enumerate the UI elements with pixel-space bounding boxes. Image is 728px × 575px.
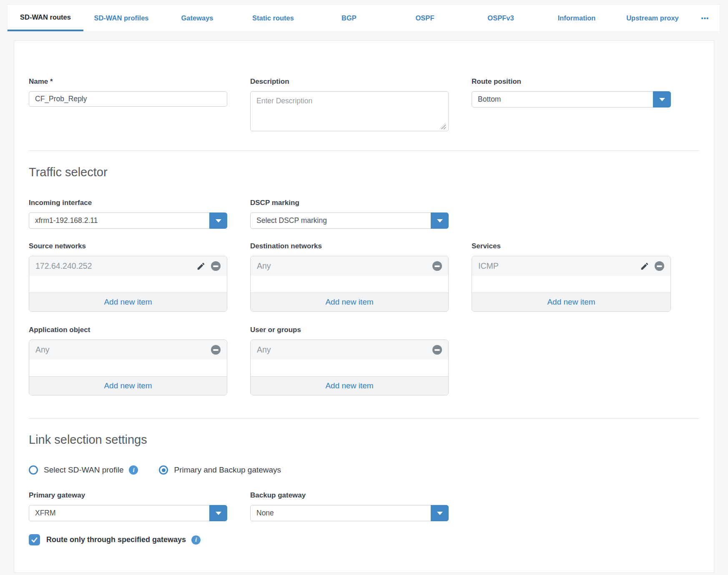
source-networks-label: Source networks	[29, 242, 227, 250]
primary-gateway-group: Primary gateway XFRM	[29, 491, 227, 521]
listbox-spacer	[29, 276, 227, 292]
incoming-interface-value: xfrm1-192.168.2.11	[29, 216, 103, 225]
name-input[interactable]	[29, 91, 227, 107]
tab-ospfv3[interactable]: OSPFv3	[463, 5, 539, 31]
description-field-group: Description	[250, 78, 449, 133]
route-position-dropdown-button[interactable]	[653, 91, 671, 108]
description-textarea[interactable]	[250, 91, 449, 131]
primary-gateway-dropdown-button[interactable]	[209, 505, 227, 521]
add-new-item-button[interactable]: Add new item	[29, 376, 227, 395]
add-new-item-label: Add new item	[104, 298, 152, 307]
backup-gateway-group: Backup gateway None	[250, 491, 449, 521]
application-object-group: Application object Any Add new item	[29, 326, 227, 395]
list-item-text: Any	[35, 345, 211, 355]
page: SD-WAN routes SD-WAN profiles Gateways S…	[0, 0, 728, 575]
link-selection-radio-row: Select SD-WAN profile i Primary and Back…	[29, 465, 699, 475]
list-item: Any	[29, 340, 227, 360]
tab-upstream-proxy[interactable]: Upstream proxy	[615, 5, 690, 31]
destination-networks-label: Destination networks	[250, 242, 449, 250]
add-new-item-label: Add new item	[325, 381, 373, 390]
dscp-marking-group: DSCP marking Select DSCP marking	[250, 199, 449, 229]
tab-gateways[interactable]: Gateways	[159, 5, 235, 31]
radio-primary-backup-gateways[interactable]: Primary and Backup gateways	[159, 465, 281, 475]
tab-sdwan-routes[interactable]: SD-WAN routes	[8, 5, 83, 31]
incoming-interface-select[interactable]: xfrm1-192.168.2.11	[29, 212, 227, 229]
list-item-text: Any	[257, 261, 432, 271]
add-new-item-label: Add new item	[325, 298, 373, 307]
add-new-item-button[interactable]: Add new item	[472, 292, 670, 311]
tab-bgp[interactable]: BGP	[311, 5, 387, 31]
chevron-down-icon	[659, 98, 665, 101]
remove-icon[interactable]	[432, 345, 442, 355]
radio-select-sdwan-profile[interactable]: Select SD-WAN profile i	[29, 465, 138, 475]
add-new-item-label: Add new item	[547, 298, 595, 307]
route-only-checkbox[interactable]	[29, 534, 40, 545]
link-selection-heading: Link selection settings	[29, 433, 699, 447]
remove-icon[interactable]	[655, 261, 664, 271]
listbox-spacer	[472, 276, 670, 292]
divider	[29, 150, 699, 151]
route-only-label: Route only through specified gateways	[46, 535, 186, 544]
add-new-item-button[interactable]: Add new item	[251, 292, 448, 311]
tab-ospf[interactable]: OSPF	[387, 5, 463, 31]
listbox-spacer	[29, 360, 227, 376]
info-icon[interactable]: i	[191, 535, 201, 545]
incoming-interface-label: Incoming interface	[29, 199, 227, 207]
listbox-spacer	[251, 276, 448, 292]
add-new-item-button[interactable]: Add new item	[29, 292, 227, 311]
gateways-row: Primary gateway XFRM Backup gateway None	[29, 491, 699, 521]
tab-sdwan-profiles[interactable]: SD-WAN profiles	[83, 5, 159, 31]
chevron-down-icon	[216, 219, 221, 222]
tab-information[interactable]: Information	[539, 5, 615, 31]
radio-label: Primary and Backup gateways	[174, 465, 281, 475]
edit-icon[interactable]	[196, 262, 206, 271]
backup-gateway-dropdown-button[interactable]	[431, 505, 449, 521]
list-item-text: Any	[257, 345, 432, 355]
add-new-item-button[interactable]: Add new item	[251, 376, 448, 395]
application-object-listbox: Any Add new item	[29, 340, 227, 395]
route-position-select[interactable]: Bottom	[472, 91, 671, 108]
radio-icon[interactable]	[159, 465, 168, 475]
backup-gateway-select[interactable]: None	[250, 505, 449, 521]
traffic-selector-heading: Traffic selector	[29, 165, 699, 179]
list-item: Any	[251, 256, 448, 276]
tab-static-routes[interactable]: Static routes	[235, 5, 311, 31]
source-networks-listbox: 172.64.240.252 Add new item	[29, 256, 227, 312]
divider	[29, 418, 699, 419]
route-form-card: Name * Description Route position Bottom	[14, 40, 714, 573]
chevron-down-icon	[216, 512, 221, 515]
description-label: Description	[250, 78, 449, 86]
list-item: ICMP	[472, 256, 670, 276]
services-label: Services	[472, 242, 671, 250]
edit-icon[interactable]	[640, 262, 649, 271]
add-new-item-label: Add new item	[104, 381, 152, 390]
destination-networks-group: Destination networks Any Add new item	[250, 242, 449, 312]
remove-icon[interactable]	[211, 261, 221, 271]
dscp-marking-label: DSCP marking	[250, 199, 449, 207]
incoming-interface-dropdown-button[interactable]	[209, 212, 227, 229]
services-listbox: ICMP Add new item	[472, 256, 671, 312]
remove-icon[interactable]	[211, 345, 221, 355]
info-icon[interactable]: i	[129, 465, 138, 475]
list-item: 172.64.240.252	[29, 256, 227, 276]
listbox-spacer	[251, 360, 448, 376]
dscp-marking-select[interactable]: Select DSCP marking	[250, 212, 449, 229]
networks-row: Source networks 172.64.240.252 Add new i…	[29, 242, 699, 312]
dscp-marking-value: Select DSCP marking	[251, 216, 333, 225]
backup-gateway-value: None	[251, 509, 280, 518]
radio-icon[interactable]	[29, 465, 38, 475]
name-label: Name *	[29, 78, 227, 86]
remove-icon[interactable]	[432, 261, 442, 271]
primary-gateway-label: Primary gateway	[29, 491, 227, 500]
dscp-marking-dropdown-button[interactable]	[431, 212, 449, 229]
application-object-label: Application object	[29, 326, 227, 334]
name-field-group: Name *	[29, 78, 227, 133]
route-position-group: Route position Bottom	[472, 78, 671, 133]
primary-gateway-select[interactable]: XFRM	[29, 505, 227, 521]
user-or-groups-listbox: Any Add new item	[250, 340, 449, 395]
more-tabs-icon[interactable]: •••	[690, 5, 720, 31]
backup-gateway-label: Backup gateway	[250, 491, 449, 500]
incoming-interface-group: Incoming interface xfrm1-192.168.2.11	[29, 199, 227, 229]
list-item-text: ICMP	[478, 261, 640, 271]
route-only-row: Route only through specified gateways i	[29, 534, 699, 545]
